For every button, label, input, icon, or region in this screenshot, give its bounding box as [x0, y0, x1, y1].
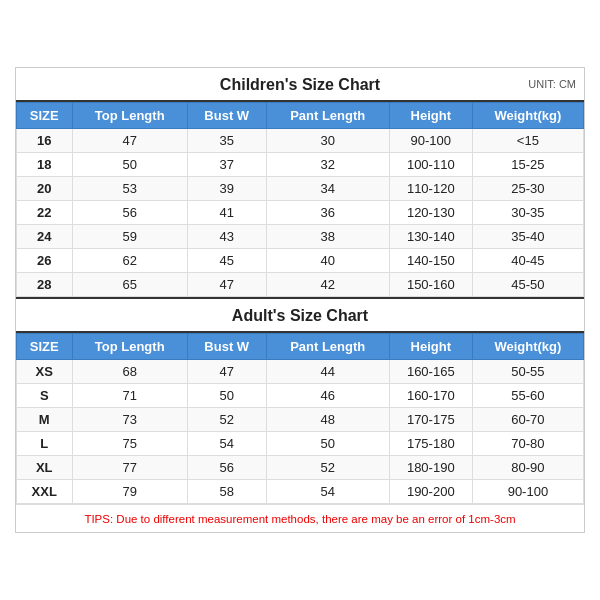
- table-cell: 52: [266, 456, 389, 480]
- children-table-body: 1647353090-100<1518503732100-11015-25205…: [17, 129, 584, 297]
- table-cell: 130-140: [389, 225, 472, 249]
- table-cell: 16: [17, 129, 73, 153]
- tips-text: TIPS: Due to different measurement metho…: [84, 513, 515, 525]
- table-cell: 75: [72, 432, 187, 456]
- table-cell: S: [17, 384, 73, 408]
- table-cell: 70-80: [472, 432, 583, 456]
- table-cell: 15-25: [472, 153, 583, 177]
- table-cell: 58: [187, 480, 266, 504]
- table-row: 1647353090-100<15: [17, 129, 584, 153]
- adult-table-header: SIZE Top Length Bust W Pant Length Heigh…: [17, 334, 584, 360]
- adult-col-height: Height: [389, 334, 472, 360]
- table-cell: 35-40: [472, 225, 583, 249]
- table-cell: XXL: [17, 480, 73, 504]
- table-cell: 80-90: [472, 456, 583, 480]
- table-cell: 47: [72, 129, 187, 153]
- table-row: 24594338130-14035-40: [17, 225, 584, 249]
- table-cell: 55-60: [472, 384, 583, 408]
- table-cell: 68: [72, 360, 187, 384]
- table-cell: 47: [187, 273, 266, 297]
- table-cell: 45-50: [472, 273, 583, 297]
- table-cell: 62: [72, 249, 187, 273]
- table-cell: 20: [17, 177, 73, 201]
- table-cell: 34: [266, 177, 389, 201]
- size-chart-container: Children's Size Chart UNIT: CM SIZE Top …: [15, 67, 585, 533]
- table-cell: <15: [472, 129, 583, 153]
- table-row: 20533934110-12025-30: [17, 177, 584, 201]
- table-cell: 18: [17, 153, 73, 177]
- table-cell: M: [17, 408, 73, 432]
- table-cell: 140-150: [389, 249, 472, 273]
- table-row: 26624540140-15040-45: [17, 249, 584, 273]
- table-cell: 90-100: [389, 129, 472, 153]
- table-cell: 24: [17, 225, 73, 249]
- table-cell: 175-180: [389, 432, 472, 456]
- table-cell: 46: [266, 384, 389, 408]
- table-cell: 59: [72, 225, 187, 249]
- table-cell: 53: [72, 177, 187, 201]
- children-col-top-length: Top Length: [72, 103, 187, 129]
- table-cell: 65: [72, 273, 187, 297]
- children-col-height: Height: [389, 103, 472, 129]
- table-cell: 150-160: [389, 273, 472, 297]
- table-cell: 32: [266, 153, 389, 177]
- table-cell: 36: [266, 201, 389, 225]
- table-cell: 30-35: [472, 201, 583, 225]
- children-size-table: SIZE Top Length Bust W Pant Length Heigh…: [16, 102, 584, 297]
- table-cell: 37: [187, 153, 266, 177]
- table-cell: 50-55: [472, 360, 583, 384]
- table-cell: 25-30: [472, 177, 583, 201]
- table-cell: 54: [187, 432, 266, 456]
- adult-col-size: SIZE: [17, 334, 73, 360]
- table-cell: 71: [72, 384, 187, 408]
- table-row: 22564136120-13030-35: [17, 201, 584, 225]
- children-col-bust-w: Bust W: [187, 103, 266, 129]
- adult-size-table: SIZE Top Length Bust W Pant Length Heigh…: [16, 333, 584, 504]
- table-cell: 160-170: [389, 384, 472, 408]
- children-col-size: SIZE: [17, 103, 73, 129]
- table-cell: 170-175: [389, 408, 472, 432]
- table-cell: 73: [72, 408, 187, 432]
- children-col-pant-length: Pant Length: [266, 103, 389, 129]
- table-cell: 50: [72, 153, 187, 177]
- table-cell: 48: [266, 408, 389, 432]
- table-row: 28654742150-16045-50: [17, 273, 584, 297]
- table-cell: 77: [72, 456, 187, 480]
- table-row: XS684744160-16550-55: [17, 360, 584, 384]
- tips-row: TIPS: Due to different measurement metho…: [16, 504, 584, 532]
- table-row: XXL795854190-20090-100: [17, 480, 584, 504]
- table-cell: 50: [187, 384, 266, 408]
- table-cell: XS: [17, 360, 73, 384]
- children-header-row: SIZE Top Length Bust W Pant Length Heigh…: [17, 103, 584, 129]
- adult-col-bust-w: Bust W: [187, 334, 266, 360]
- table-cell: 60-70: [472, 408, 583, 432]
- table-row: L755450175-18070-80: [17, 432, 584, 456]
- children-col-weight: Weight(kg): [472, 103, 583, 129]
- table-cell: 28: [17, 273, 73, 297]
- table-cell: 41: [187, 201, 266, 225]
- table-row: M735248170-17560-70: [17, 408, 584, 432]
- table-cell: 39: [187, 177, 266, 201]
- children-table-header: SIZE Top Length Bust W Pant Length Heigh…: [17, 103, 584, 129]
- children-chart-title-row: Children's Size Chart UNIT: CM: [16, 68, 584, 102]
- adult-chart-title: Adult's Size Chart: [232, 307, 368, 324]
- table-cell: 30: [266, 129, 389, 153]
- table-cell: 40: [266, 249, 389, 273]
- table-cell: 190-200: [389, 480, 472, 504]
- children-unit-label: UNIT: CM: [528, 78, 576, 90]
- table-cell: 180-190: [389, 456, 472, 480]
- table-cell: 40-45: [472, 249, 583, 273]
- adult-col-top-length: Top Length: [72, 334, 187, 360]
- table-cell: 50: [266, 432, 389, 456]
- table-cell: 44: [266, 360, 389, 384]
- table-cell: 26: [17, 249, 73, 273]
- table-cell: 38: [266, 225, 389, 249]
- table-cell: 56: [72, 201, 187, 225]
- adult-col-pant-length: Pant Length: [266, 334, 389, 360]
- adult-table-body: XS684744160-16550-55S715046160-17055-60M…: [17, 360, 584, 504]
- adult-col-weight: Weight(kg): [472, 334, 583, 360]
- table-cell: L: [17, 432, 73, 456]
- table-cell: 43: [187, 225, 266, 249]
- table-cell: 35: [187, 129, 266, 153]
- table-cell: 45: [187, 249, 266, 273]
